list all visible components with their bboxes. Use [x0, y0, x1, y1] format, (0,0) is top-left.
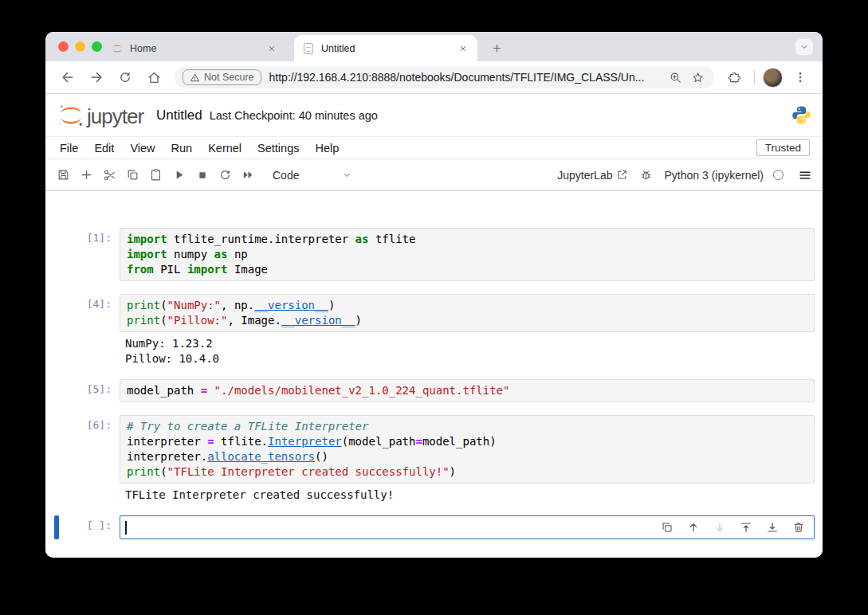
notebook-title[interactable]: Untitled: [156, 108, 202, 123]
window-controls: [58, 41, 102, 52]
tab-label: Untitled: [321, 43, 450, 54]
notebook-cell[interactable]: [ ]:: [45, 515, 815, 539]
menu-item-file[interactable]: File: [52, 139, 86, 157]
warning-triangle-icon: [190, 72, 200, 83]
open-jupyterlab-link[interactable]: JupyterLab: [557, 169, 628, 182]
paste-cells-icon[interactable]: [144, 165, 167, 186]
tab-label: Home: [130, 43, 259, 54]
cell-execution-prompt: [1]:: [45, 228, 120, 281]
text-cursor: [125, 521, 127, 535]
kernel-name-label[interactable]: Python 3 (ipykernel): [664, 169, 764, 182]
chevron-down-icon: [342, 170, 352, 180]
external-link-icon: [616, 169, 628, 181]
bookmark-star-icon[interactable]: [689, 69, 706, 86]
forward-icon[interactable]: [86, 67, 107, 88]
cell-editor[interactable]: [120, 515, 815, 539]
main-menu-hamburger-icon[interactable]: [793, 165, 816, 186]
cell-editor[interactable]: model_path = "./models/mobilenet_v2_1.0_…: [120, 379, 815, 402]
trusted-button[interactable]: Trusted: [756, 139, 810, 156]
url-text[interactable]: http://192.168.4.210:8888/notebooks/Docu…: [269, 71, 662, 84]
menu-item-view[interactable]: View: [122, 139, 163, 157]
interrupt-kernel-icon[interactable]: [190, 165, 214, 186]
insert-cell-below-icon[interactable]: [765, 520, 780, 535]
menu-item-help[interactable]: Help: [307, 139, 347, 157]
jupyter-logo-text[interactable]: jupyter: [87, 104, 143, 129]
cell-type-dropdown[interactable]: Code: [273, 169, 352, 182]
restart-kernel-icon[interactable]: [214, 165, 237, 186]
delete-cell-icon[interactable]: [791, 520, 806, 535]
tab-home[interactable]: Home: [103, 35, 286, 61]
tab-untitled[interactable]: Untitled: [294, 35, 477, 61]
extensions-puzzle-icon[interactable]: [725, 67, 745, 88]
browser-profile-avatar[interactable]: [763, 68, 783, 88]
menu-item-settings[interactable]: Settings: [249, 139, 307, 157]
cell-editor[interactable]: # Try to create a TFLite Interpreterinte…: [120, 415, 815, 484]
browser-tab-strip: Home Untitled: [45, 32, 823, 61]
back-icon[interactable]: [57, 67, 78, 88]
jupyterlab-label: JupyterLab: [557, 169, 612, 182]
notebook-cell[interactable]: [6]:# Try to create a TFLite Interpreter…: [45, 415, 815, 503]
tab-list-chevron-icon[interactable]: [795, 39, 813, 55]
menu-item-run[interactable]: Run: [163, 139, 201, 157]
cell-editor[interactable]: print("NumPy:", np.__version__)print("Pi…: [120, 294, 815, 332]
cell-type-value: Code: [273, 169, 299, 182]
cell-editor[interactable]: import tflite_runtime.interpreter as tfl…: [120, 228, 815, 281]
cut-cells-icon[interactable]: [98, 165, 121, 186]
address-bar[interactable]: Not Secure http://192.168.4.210:8888/not…: [175, 66, 714, 88]
browser-window: Home Untitled: [45, 32, 823, 558]
notebook-favicon-icon: [302, 42, 315, 55]
notebook-cell[interactable]: [1]:import tflite_runtime.interpreter as…: [45, 228, 815, 281]
cell-output: TFLite Interpreter created successfully!: [120, 484, 815, 503]
fullscreen-window-button[interactable]: [92, 41, 102, 52]
home-icon[interactable]: [143, 67, 164, 88]
cell-execution-prompt: [4]:: [45, 294, 120, 366]
zoom-icon[interactable]: [666, 69, 684, 86]
cell-execution-prompt: [5]:: [45, 379, 120, 402]
browser-menu-kebab-icon[interactable]: [790, 67, 811, 88]
checkpoint-text: Last Checkpoint: 40 minutes ago: [210, 109, 378, 122]
not-secure-badge[interactable]: Not Secure: [183, 69, 261, 85]
move-cell-up-icon[interactable]: [686, 520, 701, 535]
notebook-cell[interactable]: [4]:print("NumPy:", np.__version__)print…: [45, 294, 815, 366]
navbar-separator: [754, 70, 755, 84]
cell-output: NumPy: 1.23.2Pillow: 10.4.0: [120, 332, 815, 366]
cell-toolbar: [660, 520, 809, 535]
reload-icon[interactable]: [115, 67, 136, 88]
jupyter-favicon-icon: [111, 42, 124, 55]
save-icon[interactable]: [52, 165, 75, 186]
new-tab-button[interactable]: [485, 37, 508, 59]
tab-close-icon[interactable]: [265, 42, 278, 55]
debugger-bug-icon[interactable]: [634, 165, 658, 186]
copy-cells-icon[interactable]: [121, 165, 144, 186]
run-cell-icon[interactable]: [167, 165, 190, 186]
jupyter-logo-icon[interactable]: [57, 101, 85, 130]
restart-run-all-icon[interactable]: [237, 165, 260, 186]
browser-navbar: Not Secure http://192.168.4.210:8888/not…: [45, 61, 823, 94]
menu-item-kernel[interactable]: Kernel: [200, 139, 249, 157]
kernel-status-icon: [773, 170, 784, 180]
security-label: Not Secure: [204, 72, 254, 83]
notebook-cell[interactable]: [5]:model_path = "./models/mobilenet_v2_…: [45, 379, 815, 402]
insert-cell-above-icon[interactable]: [739, 520, 753, 535]
cell-execution-prompt: [6]:: [45, 415, 120, 503]
insert-cell-icon[interactable]: [75, 165, 98, 186]
cell-selection-bar: [54, 515, 59, 539]
move-cell-down-icon[interactable]: [713, 520, 727, 535]
notebook-cells: [1]:import tflite_runtime.interpreter as…: [45, 228, 823, 539]
minimize-window-button[interactable]: [75, 41, 85, 52]
notebook-area[interactable]: [1]:import tflite_runtime.interpreter as…: [45, 191, 823, 558]
python-logo-icon: [791, 105, 811, 125]
duplicate-cell-icon[interactable]: [660, 520, 674, 535]
menu-item-edit[interactable]: Edit: [86, 139, 122, 157]
jupyter-header: jupyter Untitled Last Checkpoint: 40 min…: [45, 94, 823, 137]
notebook-toolbar: Code JupyterLab Python 3 (ipykernel): [45, 159, 823, 191]
jupyter-menubar: File Edit View Run Kernel Settings Help …: [45, 137, 823, 159]
tab-close-icon[interactable]: [457, 42, 469, 55]
close-window-button[interactable]: [58, 41, 69, 52]
